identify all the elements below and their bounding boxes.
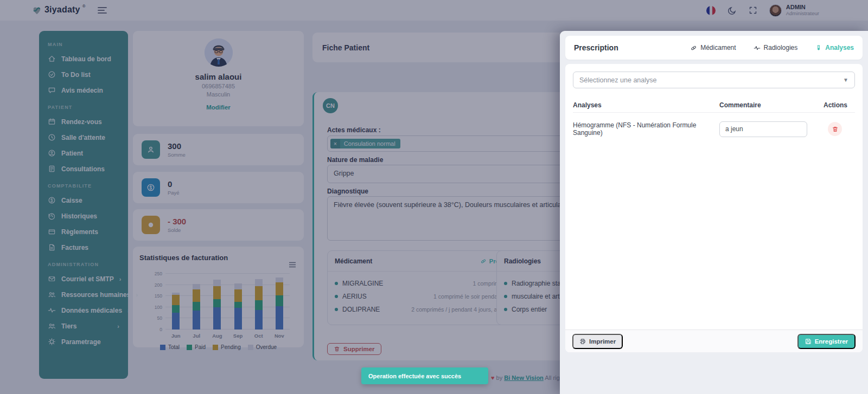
actions-column-header: Actions: [824, 101, 855, 109]
chevron-down-icon: ▼: [843, 77, 848, 83]
prescription-drawer-body: Sélectionnez une analyse ▼ Analyses Comm…: [565, 64, 863, 352]
tab-radiologies[interactable]: Radiologies: [754, 44, 798, 51]
analysis-table-header: Analyses Commentaire Actions: [573, 98, 855, 113]
enregistrer-button[interactable]: Enregistrer: [797, 334, 856, 349]
delete-analysis-button[interactable]: [828, 122, 842, 136]
prescription-drawer: Prescription MédicamentRadiologiesAnalys…: [560, 31, 868, 394]
tab-analyses[interactable]: Analyses: [815, 44, 854, 51]
analysis-name: Hémogramme (NFS - Numération Formule San…: [573, 121, 719, 137]
analyses-column-header: Analyses: [573, 101, 719, 109]
success-toast: Operation effectuée avec succès: [361, 367, 488, 384]
tab-m-dicament[interactable]: Médicament: [690, 44, 736, 51]
tab-label: Radiologies: [764, 44, 798, 51]
analysis-table-row: Hémogramme (NFS - Numération Formule San…: [573, 116, 855, 142]
comment-input[interactable]: a jeun: [719, 121, 807, 137]
prescription-drawer-footer: Imprimer Enregistrer: [565, 330, 863, 352]
pill-icon: [690, 44, 697, 51]
tab-label: Analyses: [825, 44, 854, 51]
imprimer-button[interactable]: Imprimer: [572, 334, 623, 349]
activity-icon: [754, 44, 761, 51]
printer-icon: [579, 338, 586, 345]
analysis-select[interactable]: Sélectionnez une analyse ▼: [573, 72, 855, 88]
prescription-drawer-header: Prescription MédicamentRadiologiesAnalys…: [565, 36, 863, 60]
test-tube-icon: [815, 44, 822, 51]
commentaire-column-header: Commentaire: [719, 101, 824, 109]
trash-icon: [832, 126, 839, 133]
save-icon: [805, 338, 812, 345]
tab-label: Médicament: [700, 44, 736, 51]
prescription-title: Prescription: [574, 43, 618, 52]
